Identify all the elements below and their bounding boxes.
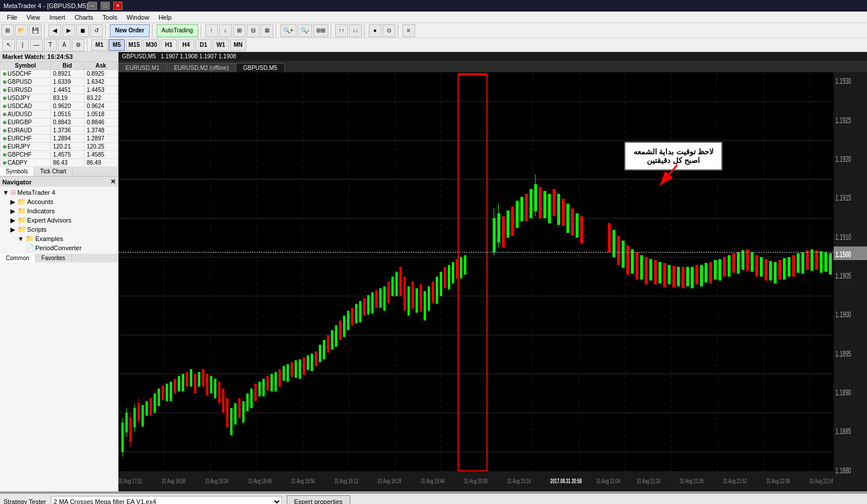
market-watch-row[interactable]: USDCHF 0.8921 0.8925 <box>1 70 118 78</box>
expert-properties-button[interactable]: Expert properties <box>287 495 350 504</box>
menu-tools[interactable]: Tools <box>98 13 122 22</box>
nav-item-metatrader-4[interactable]: ▼⊞ MetaTrader 4 <box>1 188 117 197</box>
chart-tab-gbpusd-m5[interactable]: GBPUSD,M5 <box>236 63 285 72</box>
menu-charts[interactable]: Charts <box>70 13 98 22</box>
nav-item-accounts[interactable]: ▶📁 Accounts <box>1 197 117 206</box>
toolbar-btn9[interactable]: ↑↑ <box>335 24 348 37</box>
tab-favorites[interactable]: Favorites <box>36 254 72 262</box>
toolbar-refresh[interactable]: ↺ <box>90 24 103 37</box>
navigator-close-button[interactable]: ✕ <box>110 178 116 186</box>
svg-rect-45 <box>178 376 180 391</box>
sep6 <box>331 24 333 37</box>
svg-rect-162 <box>709 262 712 283</box>
market-watch-row[interactable]: USDJPY 83.19 83.22 <box>1 94 118 102</box>
period-h1[interactable]: H1 <box>161 39 177 51</box>
period-m1[interactable]: M1 <box>91 39 108 51</box>
market-watch-row[interactable]: GBPCHF 1.4575 1.4585 <box>1 151 118 159</box>
toolbar-btn8[interactable]: ⊞⊞ <box>313 24 328 37</box>
bid-cell: 0.9620 <box>50 102 84 110</box>
chart-tab-eurusd-m2[interactable]: EURUSD,M2 (offline) <box>167 63 236 72</box>
expert-advisor-select[interactable]: 2 MA Crosses Mega filter EA V1.ex4 <box>51 496 282 504</box>
nav-item-label: Examples <box>35 235 63 242</box>
period-h4[interactable]: H4 <box>178 39 194 51</box>
menu-insert[interactable]: Insert <box>45 13 70 22</box>
period-m5[interactable]: M5 <box>109 39 125 51</box>
svg-text:1.1530: 1.1530 <box>835 76 851 86</box>
auto-trading-button[interactable]: AutoTrading <box>157 24 198 37</box>
market-watch-row[interactable]: EURCHF 1.2894 1.2897 <box>1 135 118 143</box>
nav-item-periodconverter[interactable]: 📄 PeriodConverter <box>1 243 117 253</box>
period-d1[interactable]: D1 <box>195 39 212 51</box>
left-panel: Market Watch: 16:24:53 Symbol Bid Ask US… <box>0 52 118 491</box>
market-watch-row[interactable]: EURAUD 1.3736 1.3748 <box>1 127 118 135</box>
toolbar-btn13[interactable]: ≡ <box>402 24 415 37</box>
toolbar2-hline[interactable]: — <box>30 39 43 51</box>
minimize-button[interactable]: ─ <box>88 2 97 10</box>
svg-text:2017.08.31 20:58: 2017.08.31 20:58 <box>550 477 582 484</box>
toolbar2-fib[interactable]: A <box>58 39 71 51</box>
nav-item-indicators[interactable]: ▶📁 Indicators <box>1 206 117 216</box>
tab-tick-chart[interactable]: Tick Chart <box>34 167 72 176</box>
toolbar-btn6[interactable]: 🔍+ <box>280 24 297 37</box>
market-watch-row[interactable]: EURGBP 0.8843 0.8846 <box>1 118 118 127</box>
toolbar-stop[interactable]: ◼ <box>76 24 89 37</box>
svg-rect-63 <box>250 388 253 408</box>
col-ask: Ask <box>84 62 117 70</box>
toolbar2-arrow[interactable]: ↖ <box>2 39 15 51</box>
period-m30[interactable]: M30 <box>143 39 160 51</box>
toolbar2-line[interactable]: | <box>16 39 29 51</box>
svg-rect-82 <box>327 335 329 353</box>
chart-canvas[interactable]: 1.1530 1.1925 1.1920 1.1915 1.1910 1.190… <box>118 72 867 491</box>
svg-rect-175 <box>769 261 772 281</box>
toolbar-btn4[interactable]: ⊟ <box>247 24 260 37</box>
nav-item-scripts[interactable]: ▶📁 Scripts <box>1 225 117 234</box>
new-order-button[interactable]: New Order <box>110 24 150 37</box>
svg-rect-149 <box>649 259 652 280</box>
svg-rect-52 <box>206 374 208 395</box>
menu-view[interactable]: View <box>22 13 45 22</box>
menu-help[interactable]: Help <box>154 13 176 22</box>
maximize-button[interactable]: □ <box>101 2 110 10</box>
toolbar-open[interactable]: 📂 <box>15 24 28 37</box>
market-watch-row[interactable]: GBPUSD 1.6339 1.6342 <box>1 78 118 86</box>
toolbar-btn10[interactable]: ↓↓ <box>349 24 362 37</box>
toolbar-btn7[interactable]: 🔍- <box>298 24 312 37</box>
toolbar-save[interactable]: 💾 <box>29 24 42 37</box>
toolbar-btn12[interactable]: ⊙ <box>383 24 395 37</box>
menu-window[interactable]: Window <box>122 13 154 22</box>
toolbar-btn1[interactable]: ↑ <box>205 24 218 37</box>
toolbar-new[interactable]: ⊞ <box>1 24 14 37</box>
toolbar-btn11[interactable]: ● <box>369 24 381 37</box>
chart-area[interactable]: GBPUSD,M5 1.1907 1.1908 1.1907 1.1908 EU… <box>118 52 867 491</box>
svg-rect-93 <box>371 292 373 314</box>
toolbar-btn5[interactable]: ⊠ <box>261 24 273 37</box>
market-watch-row[interactable]: EURJPY 120.21 120.25 <box>1 143 118 151</box>
market-watch-row[interactable]: USDCAD 0.9620 0.9624 <box>1 102 118 110</box>
market-watch-row[interactable]: EURUSD 1.4451 1.4453 <box>1 86 118 94</box>
svg-rect-171 <box>751 252 754 272</box>
svg-rect-116 <box>464 255 466 275</box>
toolbar2-settings[interactable]: ⚙ <box>72 39 84 51</box>
toolbar-btn3[interactable]: ⊞ <box>233 24 246 37</box>
menu-file[interactable]: File <box>2 13 22 22</box>
nav-item-expert-advisors[interactable]: ▶📁 Expert Advisors <box>1 216 117 225</box>
nav-item-examples[interactable]: ▼📁 Examples <box>1 234 117 243</box>
toolbar-btn2[interactable]: ↓ <box>219 24 232 37</box>
close-button[interactable]: ✕ <box>113 2 123 10</box>
period-w1[interactable]: W1 <box>213 39 229 51</box>
period-m15[interactable]: M15 <box>126 39 142 51</box>
toolbar2-text[interactable]: T <box>44 39 57 51</box>
tab-symbols[interactable]: Symbols <box>0 167 34 176</box>
svg-rect-131 <box>543 191 546 218</box>
toolbar-forward[interactable]: ▶ <box>62 24 75 37</box>
tab-common[interactable]: Common <box>0 254 36 262</box>
svg-rect-111 <box>444 267 446 288</box>
chart-tab-eurusd-m1[interactable]: EURUSD,M1 <box>118 63 167 72</box>
ask-cell: 120.25 <box>84 143 117 151</box>
svg-rect-155 <box>677 267 680 287</box>
toolbar-back[interactable]: ◀ <box>49 24 61 37</box>
period-mn[interactable]: MN <box>230 39 246 51</box>
market-watch-row[interactable]: AUDUSD 1.0515 1.0518 <box>1 110 118 118</box>
market-watch-row[interactable]: CADPY 86.43 86.49 <box>1 159 118 167</box>
svg-rect-37 <box>146 401 148 416</box>
